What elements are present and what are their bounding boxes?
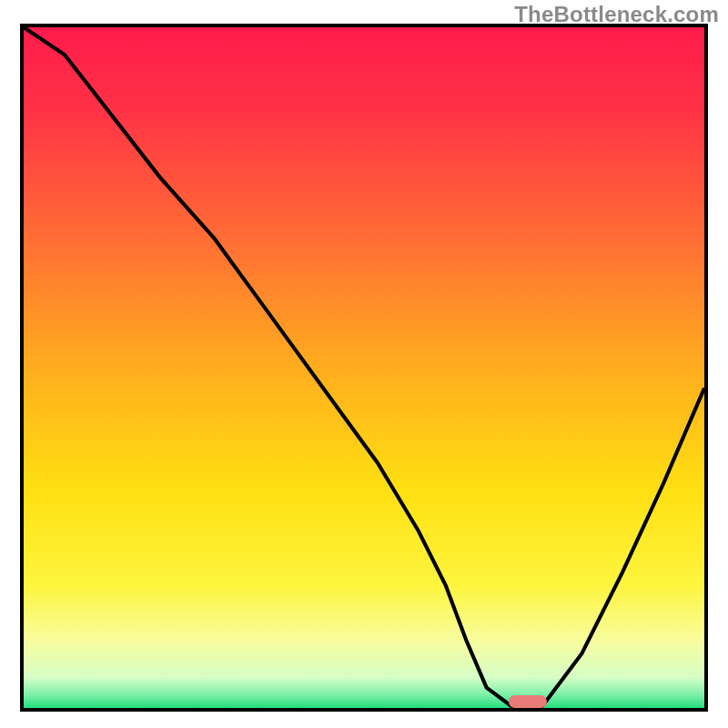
curve-path bbox=[24, 27, 704, 708]
chart-frame: TheBottleneck.com bbox=[0, 0, 728, 728]
watermark-text: TheBottleneck.com bbox=[514, 2, 719, 27]
optimal-marker bbox=[509, 695, 547, 708]
bottleneck-curve bbox=[24, 27, 704, 708]
chart-plot-area bbox=[20, 24, 708, 712]
